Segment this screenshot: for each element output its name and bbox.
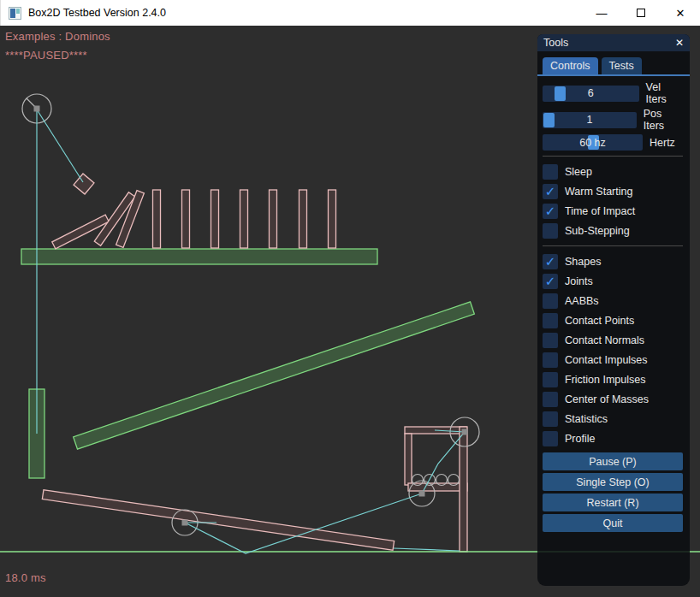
- checkbox-label: AABBs: [565, 295, 599, 307]
- slider-row-pos-iters: 1 Pos Iters: [543, 108, 683, 132]
- checkbox-label: Contact Normals: [565, 334, 644, 346]
- checkbox-time-of-impact[interactable]: ✓ Time of Impact: [543, 201, 683, 221]
- tools-panel-title: Tools: [543, 37, 568, 49]
- checkbox-label: Sleep: [565, 166, 592, 178]
- tab-tests[interactable]: Tests: [602, 57, 642, 74]
- panel-buttons: Pause (P) Single Step (O) Restart (R) Qu…: [543, 452, 683, 532]
- check-icon: ✓: [545, 255, 556, 268]
- hertz-label: Hertz: [650, 137, 675, 149]
- checkbox-aabbs[interactable]: AABBs: [543, 291, 683, 310]
- checkbox-label: Shapes: [565, 256, 601, 268]
- tools-panel-titlebar[interactable]: Tools ✕: [537, 34, 690, 51]
- standing-dominos: [153, 190, 336, 248]
- checkbox-box: ✓: [543, 274, 558, 289]
- check-icon: ✓: [545, 204, 556, 217]
- checkbox-label: Profile: [565, 433, 595, 445]
- maximize-icon: [637, 9, 645, 17]
- checkbox-sleep[interactable]: Sleep: [543, 162, 683, 181]
- hertz-slider[interactable]: 60 hz: [543, 134, 643, 151]
- hertz-value: 60 hz: [543, 134, 643, 151]
- pos-iters-value: 1: [543, 112, 637, 128]
- checkbox-warm-starting[interactable]: ✓ Warm Starting: [543, 181, 683, 201]
- domino-platform: [21, 249, 377, 264]
- joint-anchors: [34, 106, 468, 526]
- check-icon: ✓: [545, 185, 556, 198]
- tools-panel-body: Controls Tests 6 Vel Iters 1 P: [537, 51, 690, 532]
- window-title: Box2D Testbed Version 2.4.0: [28, 7, 166, 19]
- vel-iters-slider[interactable]: 6: [543, 86, 639, 102]
- pos-iters-label: Pos Iters: [644, 108, 683, 132]
- quit-button[interactable]: Quit: [543, 514, 683, 532]
- checkbox-box: [543, 313, 558, 328]
- checkbox-label: Joints: [565, 275, 593, 287]
- titlebar: Box2D Testbed Version 2.4.0 — ✕: [0, 0, 700, 26]
- checkbox-box: [543, 333, 558, 348]
- slider-row-vel-iters: 6 Vel Iters: [543, 81, 683, 105]
- vel-iters-value: 6: [543, 86, 639, 102]
- close-button[interactable]: ✕: [661, 0, 700, 26]
- app-window: Box2D Testbed Version 2.4.0 — ✕: [0, 0, 700, 597]
- pause-button[interactable]: Pause (P): [543, 452, 683, 470]
- slider-row-hertz: 60 hz Hertz: [543, 134, 683, 151]
- checkbox-box: ✓: [543, 204, 558, 219]
- checkbox-joints[interactable]: ✓ Joints: [543, 271, 683, 291]
- checkbox-box: [543, 372, 558, 387]
- single-step-button[interactable]: Single Step (O): [543, 473, 683, 491]
- check-icon: ✓: [545, 275, 556, 287]
- pendulum-weight-square: [74, 174, 94, 194]
- checkbox-label: Sub-Stepping: [565, 225, 630, 237]
- checkbox-center-of-masses[interactable]: Center of Masses: [543, 389, 683, 409]
- checkbox-label: Time of Impact: [565, 205, 635, 217]
- window-controls: — ✕: [582, 0, 700, 26]
- pos-iters-slider[interactable]: 1: [543, 112, 637, 128]
- bottom-pink-plank: [42, 490, 394, 551]
- tab-bar: Controls Tests: [543, 57, 683, 74]
- tools-close-icon[interactable]: ✕: [675, 37, 684, 49]
- example-title: Examples : Dominos: [5, 30, 110, 43]
- checkbox-label: Warm Starting: [565, 186, 632, 198]
- separator: [543, 245, 683, 246]
- checkbox-box: [543, 431, 558, 446]
- checkbox-box: [543, 164, 558, 180]
- tab-underline: [537, 74, 690, 76]
- checkbox-sub-stepping[interactable]: Sub-Stepping: [543, 221, 683, 240]
- checkbox-box: ✓: [543, 184, 558, 199]
- checkbox-box: [543, 352, 558, 368]
- separator: [543, 156, 683, 157]
- checkbox-label: Contact Points: [565, 315, 634, 327]
- maximize-button[interactable]: [621, 0, 661, 26]
- checkbox-contact-points[interactable]: Contact Points: [543, 310, 683, 330]
- stand-frame: [405, 427, 467, 552]
- checkbox-contact-normals[interactable]: Contact Normals: [543, 330, 683, 350]
- checkbox-box: [543, 223, 558, 239]
- checkbox-label: Contact Impulses: [565, 354, 648, 366]
- checkbox-statistics[interactable]: Statistics: [543, 409, 683, 429]
- checkbox-box: ✓: [543, 254, 558, 269]
- tools-panel: Tools ✕ Controls Tests 6 Vel Iters: [537, 34, 690, 586]
- tab-controls[interactable]: Controls: [543, 57, 598, 74]
- checkbox-label: Center of Masses: [565, 393, 649, 405]
- physics-canvas[interactable]: Examples : Dominos ****PAUSED**** 18.0 m…: [0, 26, 700, 597]
- checkbox-box: [543, 293, 558, 309]
- fallen-dominos: [52, 191, 145, 249]
- checkbox-shapes[interactable]: ✓ Shapes: [543, 251, 683, 271]
- checkbox-box: [543, 411, 558, 427]
- checkbox-profile[interactable]: Profile: [543, 429, 683, 448]
- restart-button[interactable]: Restart (R): [543, 494, 683, 511]
- frame-time: 18.0 ms: [5, 571, 46, 584]
- paused-status: ****PAUSED****: [5, 49, 87, 62]
- checkbox-label: Friction Impulses: [565, 374, 645, 386]
- vel-iters-label: Vel Iters: [646, 81, 683, 105]
- checkbox-contact-impulses[interactable]: Contact Impulses: [543, 350, 683, 369]
- app-icon: [9, 7, 21, 20]
- checkbox-friction-impulses[interactable]: Friction Impulses: [543, 369, 683, 389]
- checkbox-box: [543, 392, 558, 407]
- checkbox-label: Statistics: [565, 413, 608, 425]
- minimize-button[interactable]: —: [582, 0, 621, 26]
